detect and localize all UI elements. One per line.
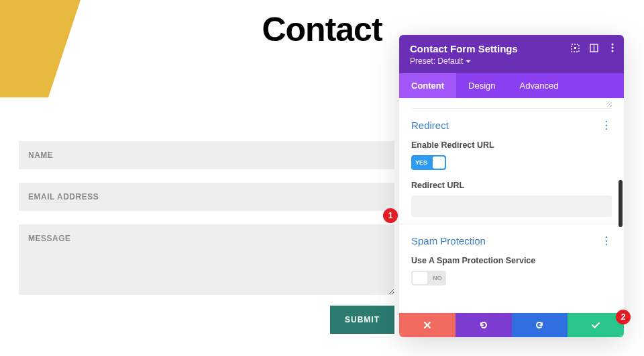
redirect-section: Redirect ⋮ Enable Redirect URL YES Redir… (399, 109, 624, 224)
name-input[interactable] (19, 141, 394, 169)
svg-rect-1 (574, 47, 576, 49)
submit-button[interactable]: SUBMIT (330, 306, 394, 334)
spam-section-more-icon[interactable]: ⋮ (601, 238, 612, 244)
annotation-badge-2: 2 (616, 310, 631, 324)
svg-point-4 (612, 44, 614, 46)
tab-design[interactable]: Design (456, 73, 507, 98)
enable-redirect-toggle[interactable]: YES (411, 155, 446, 170)
toggle-knob (433, 157, 445, 169)
panel-body[interactable]: Redirect ⋮ Enable Redirect URL YES Redir… (399, 98, 624, 313)
preset-selector[interactable]: Preset: Default (410, 56, 471, 66)
enable-redirect-label: Enable Redirect URL (411, 140, 612, 150)
undo-button[interactable] (455, 313, 512, 337)
annotation-badge-1: 1 (383, 208, 398, 223)
discard-button[interactable] (399, 313, 455, 337)
contact-form: SUBMIT (19, 141, 394, 334)
preset-label: Preset: Default (410, 56, 463, 66)
spam-service-label: Use A Spam Protection Service (411, 256, 612, 265)
more-icon[interactable] (608, 43, 617, 52)
svg-point-5 (612, 47, 614, 49)
redirect-url-label: Redirect URL (411, 181, 612, 190)
redo-button[interactable] (512, 313, 568, 337)
tab-content[interactable]: Content (399, 73, 456, 98)
settings-panel: Contact Form Settings Preset: Default Co… (399, 35, 624, 337)
panel-header[interactable]: Contact Form Settings Preset: Default (399, 35, 624, 73)
redo-icon (534, 320, 545, 330)
redirect-url-input[interactable] (411, 195, 612, 217)
spam-section: Spam Protection ⋮ Use A Spam Protection … (399, 224, 624, 294)
tab-advanced[interactable]: Advanced (508, 73, 571, 98)
spam-section-title: Spam Protection (411, 235, 486, 247)
toggle-knob (413, 272, 427, 284)
close-icon (423, 320, 432, 330)
redirect-section-title: Redirect (411, 120, 449, 131)
toggle-text: YES (411, 159, 431, 166)
scrollbar-thumb[interactable] (619, 180, 623, 227)
undo-icon (478, 320, 489, 330)
snap-icon[interactable] (589, 43, 598, 52)
check-icon (590, 320, 601, 330)
redirect-section-more-icon[interactable]: ⋮ (601, 122, 612, 129)
svg-point-6 (612, 50, 614, 52)
panel-footer (399, 313, 624, 337)
chevron-down-icon (466, 60, 471, 63)
expand-icon[interactable] (570, 43, 580, 52)
message-input[interactable] (19, 224, 394, 295)
spam-service-toggle[interactable]: NO (411, 271, 446, 285)
email-input[interactable] (19, 183, 394, 211)
textarea-stub (411, 98, 612, 109)
panel-tabs: Content Design Advanced (399, 73, 624, 98)
toggle-text: NO (429, 275, 446, 281)
